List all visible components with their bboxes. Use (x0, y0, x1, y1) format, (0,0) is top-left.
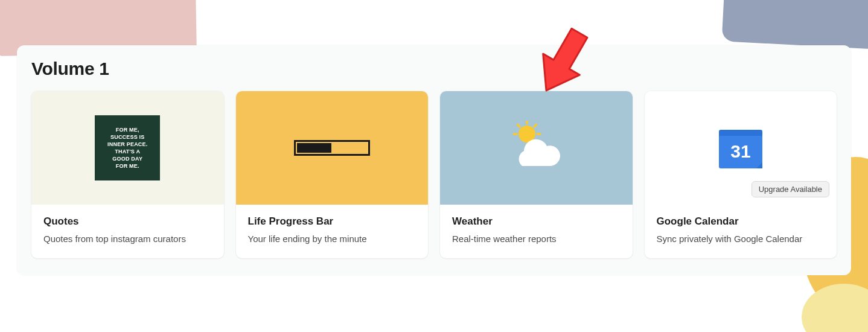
card-life-progress[interactable]: Life Progress Bar Your life ending by th… (236, 91, 429, 258)
card-calendar-image: 31 Upgrade Available (645, 91, 837, 205)
card-quotes[interactable]: FOR ME, SUCCESS IS INNER PEACE. THAT'S A… (31, 91, 224, 258)
card-body: Quotes Quotes from top instagram curator… (31, 205, 224, 258)
svg-line-4 (518, 125, 520, 127)
quote-text: FOR ME, SUCCESS IS INNER PEACE. THAT'S A… (107, 126, 147, 170)
card-progress-image (236, 91, 429, 205)
upgrade-badge[interactable]: Upgrade Available (752, 181, 829, 197)
card-description: Real-time weather reports (452, 232, 621, 245)
card-weather-image (440, 91, 633, 205)
quote-box-icon: FOR ME, SUCCESS IS INNER PEACE. THAT'S A… (95, 115, 160, 180)
card-description: Your life ending by the minute (248, 232, 416, 245)
card-title: Life Progress Bar (248, 215, 416, 228)
volume-panel: Volume 1 FOR ME, SUCCESS IS INNER PEACE.… (17, 45, 851, 275)
decorative-lemon (802, 284, 868, 332)
calendar-day: 31 (730, 141, 750, 161)
card-title: Quotes (43, 215, 212, 228)
section-title: Volume 1 (31, 59, 837, 79)
calendar-icon: 31 (714, 121, 767, 174)
weather-icon (503, 121, 569, 175)
card-body: Weather Real-time weather reports (440, 205, 633, 258)
card-description: Sync privately with Google Calendar (657, 232, 825, 245)
card-title: Weather (452, 215, 621, 228)
card-weather[interactable]: Weather Real-time weather reports (440, 91, 633, 258)
svg-line-2 (534, 125, 537, 127)
decorative-grey-brush (722, 0, 868, 49)
card-quotes-image: FOR ME, SUCCESS IS INNER PEACE. THAT'S A… (31, 91, 224, 205)
card-grid: FOR ME, SUCCESS IS INNER PEACE. THAT'S A… (31, 91, 837, 258)
card-google-calendar[interactable]: 31 Upgrade Available Google Calendar Syn… (645, 91, 837, 258)
card-body: Google Calendar Sync privately with Goog… (645, 205, 837, 258)
progress-fill (297, 143, 332, 153)
card-body: Life Progress Bar Your life ending by th… (236, 205, 429, 258)
progress-bar-icon (294, 140, 370, 156)
card-description: Quotes from top instagram curators (43, 232, 212, 245)
card-title: Google Calendar (657, 215, 825, 228)
